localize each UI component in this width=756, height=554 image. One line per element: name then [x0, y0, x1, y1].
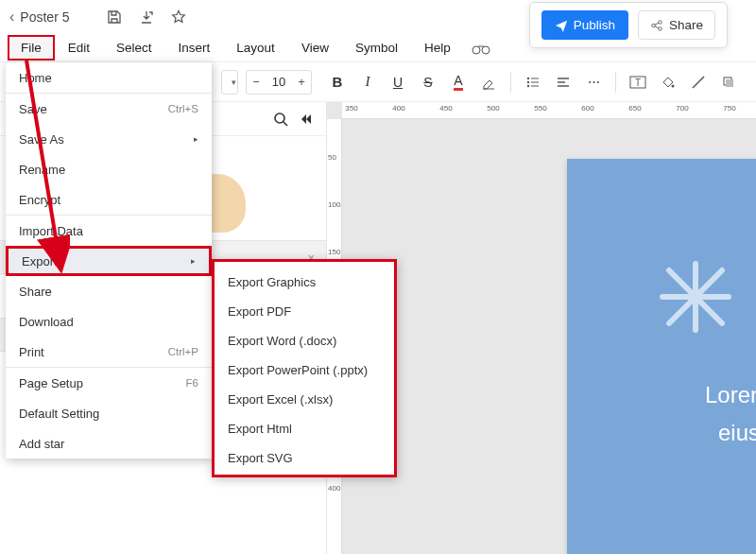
menu-file[interactable]: File	[8, 35, 55, 61]
italic-button[interactable]: I	[353, 68, 382, 96]
export-powerpoint[interactable]: Export PowerPoint (.pptx)	[215, 355, 394, 385]
binoculars-icon[interactable]	[464, 38, 498, 59]
strikethrough-button[interactable]: S	[414, 68, 442, 96]
highlight-button[interactable]	[474, 68, 503, 96]
textbox-button[interactable]: T	[624, 68, 652, 96]
line-button[interactable]	[684, 68, 713, 96]
document-title: Poster 5	[20, 9, 69, 25]
export-excel[interactable]: Export Excel (.xlsx)	[215, 385, 394, 414]
export-html[interactable]: Export Html	[215, 414, 394, 443]
paper-plane-icon	[555, 19, 568, 32]
file-default-setting[interactable]: Default Setting	[6, 398, 212, 428]
svg-text:T: T	[635, 78, 641, 88]
file-page-setup[interactable]: Page SetupF6	[6, 368, 212, 398]
font-color-button[interactable]: A	[444, 68, 472, 96]
share-button[interactable]: Share	[638, 10, 715, 40]
separator	[510, 72, 511, 93]
align-button[interactable]	[549, 68, 577, 96]
fill-button[interactable]	[654, 68, 682, 96]
svg-point-3	[472, 46, 480, 54]
menu-symbol[interactable]: Symbol	[342, 35, 411, 61]
file-print[interactable]: PrintCtrl+P	[6, 337, 212, 367]
menu-insert[interactable]: Insert	[165, 35, 224, 61]
panel-collapse-icon[interactable]	[298, 112, 313, 127]
svg-point-4	[482, 46, 490, 54]
poster-page[interactable]: Loren eius	[567, 159, 756, 554]
svg-point-19	[688, 289, 703, 304]
poster-text-2: eius	[718, 420, 756, 446]
export-graphics[interactable]: Export Graphics	[215, 268, 394, 297]
svg-point-2	[659, 26, 662, 30]
export-pdf[interactable]: Export PDF	[215, 297, 394, 326]
menu-edit[interactable]: Edit	[55, 35, 103, 61]
file-add-star[interactable]: Add star	[6, 428, 212, 459]
file-rename[interactable]: Rename	[6, 154, 212, 184]
more-text-options[interactable]: ⋯	[579, 68, 608, 96]
file-export[interactable]: Export▸	[6, 246, 212, 276]
menu-help[interactable]: Help	[411, 35, 464, 61]
export-svg[interactable]: Export SVG	[215, 443, 394, 473]
export-submenu: Export Graphics Export PDF Export Word (…	[212, 259, 397, 477]
back-chevron[interactable]: ‹	[9, 9, 14, 26]
publish-share-panel: Publish Share	[529, 2, 728, 48]
export-word[interactable]: Export Word (.docx)	[215, 326, 394, 355]
share-label: Share	[669, 18, 703, 32]
file-menu-dropdown: Home SaveCtrl+S Save As▸ Rename Encrypt …	[6, 62, 212, 459]
publish-label: Publish	[574, 18, 615, 32]
separator	[615, 72, 616, 93]
poster-text-1: Loren	[705, 382, 756, 408]
font-family-dropdown[interactable]	[221, 70, 238, 95]
file-share[interactable]: Share	[6, 276, 212, 306]
svg-point-6	[527, 80, 529, 82]
export-quick-icon[interactable]	[139, 9, 154, 25]
file-download[interactable]: Download	[6, 306, 212, 337]
ruler-horizontal: 350 400 450 500 550 600 650 700 750	[342, 102, 756, 119]
menu-view[interactable]: View	[288, 35, 342, 61]
svg-point-7	[527, 84, 529, 86]
star-icon[interactable]	[171, 9, 186, 25]
bold-button[interactable]: B	[323, 68, 352, 96]
shadow-button[interactable]	[714, 68, 743, 96]
underline-button[interactable]: U	[384, 68, 412, 96]
file-encrypt[interactable]: Encrypt	[6, 184, 212, 215]
menu-layout[interactable]: Layout	[223, 35, 288, 61]
bullet-list-button[interactable]	[519, 68, 547, 96]
file-import-data[interactable]: Import Data	[6, 216, 212, 246]
svg-point-1	[659, 20, 662, 24]
svg-point-5	[527, 77, 529, 78]
snowflake-icon	[658, 259, 733, 335]
svg-point-0	[652, 24, 656, 27]
svg-point-10	[672, 84, 675, 87]
svg-point-14	[275, 113, 284, 123]
share-icon	[650, 19, 663, 32]
publish-button[interactable]: Publish	[541, 10, 628, 40]
font-size-value: 10	[266, 75, 292, 89]
font-size-plus[interactable]: +	[292, 75, 311, 89]
font-size-stepper[interactable]: − 10 +	[246, 70, 312, 95]
svg-rect-12	[726, 79, 733, 87]
menu-select[interactable]: Select	[103, 35, 165, 61]
save-icon[interactable]	[107, 9, 122, 25]
file-save-as[interactable]: Save As▸	[6, 124, 212, 154]
file-save[interactable]: SaveCtrl+S	[6, 94, 212, 124]
panel-search-icon[interactable]	[273, 112, 288, 127]
file-home[interactable]: Home	[6, 62, 212, 93]
font-size-minus[interactable]: −	[247, 75, 266, 89]
